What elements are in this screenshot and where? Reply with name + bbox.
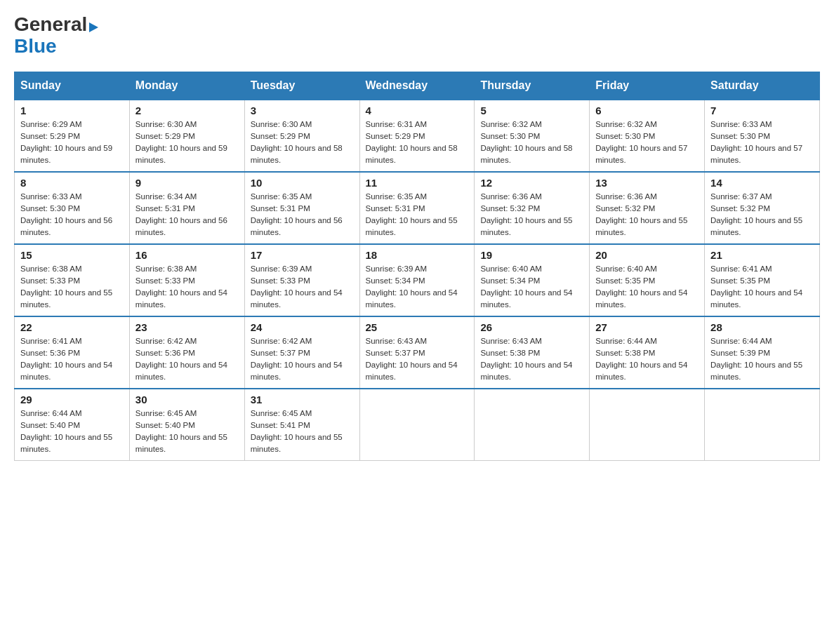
day-number: 30 xyxy=(135,394,239,405)
day-number: 31 xyxy=(251,394,354,405)
week-row-4: 22 Sunrise: 6:41 AMSunset: 5:36 PMDaylig… xyxy=(15,316,820,389)
day-info: Sunrise: 6:38 AMSunset: 5:33 PMDaylight:… xyxy=(135,263,239,311)
day-number: 20 xyxy=(595,249,699,261)
day-number: 15 xyxy=(20,249,124,261)
calendar-cell: 24 Sunrise: 6:42 AMSunset: 5:37 PMDaylig… xyxy=(244,316,359,389)
calendar-cell: 1 Sunrise: 6:29 AMSunset: 5:29 PMDayligh… xyxy=(15,100,130,172)
day-info: Sunrise: 6:45 AMSunset: 5:41 PMDaylight:… xyxy=(251,408,354,456)
calendar-cell: 11 Sunrise: 6:35 AMSunset: 5:31 PMDaylig… xyxy=(359,172,475,244)
day-number: 10 xyxy=(251,177,354,189)
day-number: 3 xyxy=(251,105,354,116)
logo-blue: Blue xyxy=(14,35,57,57)
calendar-cell: 23 Sunrise: 6:42 AMSunset: 5:36 PMDaylig… xyxy=(129,316,244,389)
weekday-header-row: SundayMondayTuesdayWednesdayThursdayFrid… xyxy=(15,72,820,100)
week-row-5: 29 Sunrise: 6:44 AMSunset: 5:40 PMDaylig… xyxy=(15,389,820,461)
week-row-3: 15 Sunrise: 6:38 AMSunset: 5:33 PMDaylig… xyxy=(15,244,820,316)
day-number: 5 xyxy=(480,105,583,116)
weekday-header-friday: Friday xyxy=(590,72,705,100)
day-info: Sunrise: 6:43 AMSunset: 5:38 PMDaylight:… xyxy=(480,335,583,384)
calendar-cell: 21 Sunrise: 6:41 AMSunset: 5:35 PMDaylig… xyxy=(705,244,820,316)
weekday-header-thursday: Thursday xyxy=(475,72,590,100)
day-number: 2 xyxy=(135,105,239,116)
day-info: Sunrise: 6:29 AMSunset: 5:29 PMDaylight:… xyxy=(20,119,124,167)
calendar-cell xyxy=(475,389,590,461)
day-number: 16 xyxy=(135,249,239,261)
day-info: Sunrise: 6:31 AMSunset: 5:29 PMDaylight:… xyxy=(366,119,469,167)
day-number: 22 xyxy=(20,321,124,333)
weekday-header-monday: Monday xyxy=(129,72,244,100)
calendar-cell: 4 Sunrise: 6:31 AMSunset: 5:29 PMDayligh… xyxy=(359,100,475,172)
weekday-header-tuesday: Tuesday xyxy=(244,72,359,100)
day-info: Sunrise: 6:33 AMSunset: 5:30 PMDaylight:… xyxy=(710,119,814,167)
calendar-cell xyxy=(359,389,475,461)
day-number: 9 xyxy=(135,177,239,189)
day-info: Sunrise: 6:38 AMSunset: 5:33 PMDaylight:… xyxy=(20,263,124,311)
day-number: 27 xyxy=(595,321,699,333)
calendar-cell: 10 Sunrise: 6:35 AMSunset: 5:31 PMDaylig… xyxy=(244,172,359,244)
day-info: Sunrise: 6:45 AMSunset: 5:40 PMDaylight:… xyxy=(135,408,239,456)
day-number: 7 xyxy=(710,105,814,116)
day-info: Sunrise: 6:30 AMSunset: 5:29 PMDaylight:… xyxy=(135,119,239,167)
calendar-cell: 19 Sunrise: 6:40 AMSunset: 5:34 PMDaylig… xyxy=(475,244,590,316)
calendar-cell: 6 Sunrise: 6:32 AMSunset: 5:30 PMDayligh… xyxy=(590,100,705,172)
day-number: 28 xyxy=(710,321,814,333)
day-info: Sunrise: 6:36 AMSunset: 5:32 PMDaylight:… xyxy=(595,191,699,239)
day-info: Sunrise: 6:37 AMSunset: 5:32 PMDaylight:… xyxy=(710,191,814,239)
day-number: 8 xyxy=(20,177,124,189)
calendar-cell: 14 Sunrise: 6:37 AMSunset: 5:32 PMDaylig… xyxy=(705,172,820,244)
calendar-cell: 31 Sunrise: 6:45 AMSunset: 5:41 PMDaylig… xyxy=(244,389,359,461)
weekday-header-saturday: Saturday xyxy=(705,72,820,100)
day-info: Sunrise: 6:35 AMSunset: 5:31 PMDaylight:… xyxy=(366,191,469,239)
calendar-cell: 30 Sunrise: 6:45 AMSunset: 5:40 PMDaylig… xyxy=(129,389,244,461)
day-info: Sunrise: 6:39 AMSunset: 5:33 PMDaylight:… xyxy=(251,263,354,311)
day-number: 14 xyxy=(710,177,814,189)
day-info: Sunrise: 6:41 AMSunset: 5:36 PMDaylight:… xyxy=(20,335,124,384)
calendar-cell: 13 Sunrise: 6:36 AMSunset: 5:32 PMDaylig… xyxy=(590,172,705,244)
weekday-header-sunday: Sunday xyxy=(15,72,130,100)
day-number: 25 xyxy=(366,321,469,333)
day-info: Sunrise: 6:33 AMSunset: 5:30 PMDaylight:… xyxy=(20,191,124,239)
day-info: Sunrise: 6:44 AMSunset: 5:38 PMDaylight:… xyxy=(595,335,699,384)
day-info: Sunrise: 6:42 AMSunset: 5:37 PMDaylight:… xyxy=(251,335,354,384)
day-info: Sunrise: 6:44 AMSunset: 5:39 PMDaylight:… xyxy=(710,335,814,384)
day-number: 13 xyxy=(595,177,699,189)
day-number: 17 xyxy=(251,249,354,261)
day-number: 21 xyxy=(710,249,814,261)
day-number: 24 xyxy=(251,321,354,333)
calendar-cell: 18 Sunrise: 6:39 AMSunset: 5:34 PMDaylig… xyxy=(359,244,475,316)
calendar-cell xyxy=(590,389,705,461)
calendar-cell xyxy=(705,389,820,461)
week-row-1: 1 Sunrise: 6:29 AMSunset: 5:29 PMDayligh… xyxy=(15,100,820,172)
day-info: Sunrise: 6:43 AMSunset: 5:37 PMDaylight:… xyxy=(366,335,469,384)
day-info: Sunrise: 6:42 AMSunset: 5:36 PMDaylight:… xyxy=(135,335,239,384)
day-number: 19 xyxy=(480,249,583,261)
day-number: 12 xyxy=(480,177,583,189)
day-number: 11 xyxy=(366,177,469,189)
day-info: Sunrise: 6:32 AMSunset: 5:30 PMDaylight:… xyxy=(595,119,699,167)
day-number: 4 xyxy=(366,105,469,116)
calendar-cell: 28 Sunrise: 6:44 AMSunset: 5:39 PMDaylig… xyxy=(705,316,820,389)
calendar-cell: 29 Sunrise: 6:44 AMSunset: 5:40 PMDaylig… xyxy=(15,389,130,461)
day-number: 6 xyxy=(595,105,699,116)
day-info: Sunrise: 6:40 AMSunset: 5:34 PMDaylight:… xyxy=(480,263,583,311)
day-number: 23 xyxy=(135,321,239,333)
weekday-header-wednesday: Wednesday xyxy=(359,72,475,100)
calendar-cell: 20 Sunrise: 6:40 AMSunset: 5:35 PMDaylig… xyxy=(590,244,705,316)
day-info: Sunrise: 6:34 AMSunset: 5:31 PMDaylight:… xyxy=(135,191,239,239)
calendar-cell: 22 Sunrise: 6:41 AMSunset: 5:36 PMDaylig… xyxy=(15,316,130,389)
calendar-cell: 25 Sunrise: 6:43 AMSunset: 5:37 PMDaylig… xyxy=(359,316,475,389)
day-info: Sunrise: 6:32 AMSunset: 5:30 PMDaylight:… xyxy=(480,119,583,167)
day-info: Sunrise: 6:41 AMSunset: 5:35 PMDaylight:… xyxy=(710,263,814,311)
calendar-cell: 17 Sunrise: 6:39 AMSunset: 5:33 PMDaylig… xyxy=(244,244,359,316)
calendar-cell: 15 Sunrise: 6:38 AMSunset: 5:33 PMDaylig… xyxy=(15,244,130,316)
logo-general: General xyxy=(14,13,87,35)
calendar-cell: 26 Sunrise: 6:43 AMSunset: 5:38 PMDaylig… xyxy=(475,316,590,389)
calendar-cell: 3 Sunrise: 6:30 AMSunset: 5:29 PMDayligh… xyxy=(244,100,359,172)
calendar-cell: 5 Sunrise: 6:32 AMSunset: 5:30 PMDayligh… xyxy=(475,100,590,172)
day-info: Sunrise: 6:39 AMSunset: 5:34 PMDaylight:… xyxy=(366,263,469,311)
day-info: Sunrise: 6:35 AMSunset: 5:31 PMDaylight:… xyxy=(251,191,354,239)
day-number: 26 xyxy=(480,321,583,333)
calendar-cell: 27 Sunrise: 6:44 AMSunset: 5:38 PMDaylig… xyxy=(590,316,705,389)
calendar-cell: 12 Sunrise: 6:36 AMSunset: 5:32 PMDaylig… xyxy=(475,172,590,244)
page-header: General Blue xyxy=(14,14,820,58)
